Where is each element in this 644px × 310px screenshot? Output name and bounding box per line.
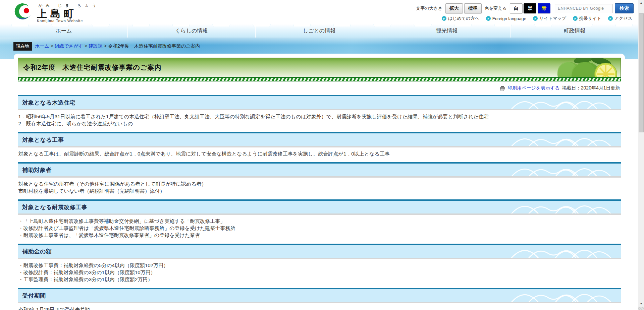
- section-text-line: 2．既存木造住宅に、明らかな法令違反がないもの: [18, 120, 620, 127]
- color-button[interactable]: 青: [538, 3, 550, 13]
- quick-links: はじめての方へForeign languageサイトマップ携帯サイトアクセス: [442, 15, 634, 21]
- nav-item[interactable]: ホーム: [0, 24, 127, 38]
- search-button[interactable]: 検索: [615, 3, 634, 13]
- search-input[interactable]: [555, 4, 612, 13]
- breadcrumb-link[interactable]: 組織でさがす: [55, 43, 83, 49]
- section-header: 対象となる耐震改修工事: [18, 199, 621, 215]
- logo-subtitle: Kamijima Town Website: [37, 19, 100, 23]
- nav-item[interactable]: 町政情報: [511, 24, 638, 38]
- printer-icon: [499, 86, 505, 91]
- header-right: 文字の大きさ 拡大 標準 色を変える 白 黒 青 検索 はじめての方へForei…: [415, 1, 634, 24]
- quick-link[interactable]: 携帯サイト: [573, 15, 601, 21]
- quick-link-label: Foreign language: [492, 16, 526, 21]
- section-text-line: 対象となる住宅の所有者（その他住宅に関係がある者として町長が特に認める者）: [18, 180, 620, 187]
- section-header: 対象となる木造住宅: [18, 95, 621, 110]
- section-text-line: 対象となる工事は、耐震診断の結果、総合評点が1．0点未満であり、地震に対して安全…: [18, 150, 620, 157]
- font-size-button[interactable]: 拡大: [445, 3, 463, 13]
- scrollbar-down-icon[interactable]: [638, 301, 644, 307]
- breadcrumb-separator: >: [104, 43, 107, 49]
- color-change-label: 色を変える: [485, 5, 507, 11]
- arrow-circle-icon: [573, 16, 578, 21]
- quick-link-label: はじめての方へ: [448, 15, 479, 21]
- content-section: 補助対象者 対象となる住宅の所有者（その他住宅に関係がある者として町長が特に認め…: [18, 162, 621, 199]
- section-text-line: 市町村税を滞納していない者（納税証明書（完納証明書）添付）: [18, 187, 620, 194]
- arrow-circle-icon: [442, 16, 446, 21]
- section-header: 受付期間: [18, 288, 621, 303]
- site-logo[interactable]: かみ じま ちょう 上島町 Kamijima Town Website: [13, 1, 100, 24]
- content-section: 受付期間 令和3年1月29日まで受付先着順: [18, 288, 621, 310]
- section-body: 対象となる住宅の所有者（その他住宅に関係がある者として町長が特に認める者）市町村…: [18, 178, 621, 199]
- quick-link-label: 携帯サイト: [579, 15, 601, 21]
- section-title: 受付期間: [22, 292, 46, 300]
- content-box: 令和2年度 木造住宅耐震改修事業のご案内: [14, 54, 625, 310]
- breadcrumb-current: 令和2年度 木造住宅耐震改修事業のご案内: [108, 43, 200, 49]
- arrow-circle-icon: [533, 16, 538, 21]
- content-wrap: 令和2年度 木造住宅耐震改修事業のご案内: [0, 54, 638, 310]
- content-section: 対象となる工事 対象となる工事は、耐震診断の結果、総合評点が1．0点未満であり、…: [18, 132, 621, 162]
- font-size-button[interactable]: 標準: [464, 3, 482, 13]
- font-size-button-group: 拡大 標準: [445, 3, 482, 13]
- posted-date: 掲載日：2020年4月1日更新: [562, 85, 620, 91]
- content-section: 対象となる木造住宅 1．昭和56年5月31日以前に着工された1戸建ての木造住宅（…: [18, 95, 621, 132]
- wave-decoration-icon: [504, 134, 618, 147]
- wave-decoration-icon: [504, 97, 618, 110]
- section-body: 令和3年1月29日まで受付先着順: [18, 303, 621, 310]
- breadcrumb-separator: >: [51, 43, 53, 49]
- section-title: 補助対象者: [22, 166, 52, 174]
- quick-link[interactable]: はじめての方へ: [442, 15, 479, 21]
- page-title-banner: 令和2年度 木造住宅耐震改修事業のご案内: [18, 58, 621, 77]
- section-text-line: ・工事監理費：補助対象経費の3分の1以内（限度額2万円）: [18, 276, 620, 283]
- header-controls: 文字の大きさ 拡大 標準 色を変える 白 黒 青 検索: [415, 3, 634, 13]
- arrow-circle-icon: [486, 16, 491, 21]
- breadcrumb-separator: >: [85, 43, 87, 49]
- section-text-line: ・「上島町木造住宅耐震改修工事費等補助金交付要綱」に基づき実施する「耐震改修工事…: [18, 218, 620, 225]
- wave-decoration-icon: [504, 290, 618, 303]
- site-header: かみ じま ちょう 上島町 Kamijima Town Website 文字の大…: [0, 0, 638, 24]
- quick-link[interactable]: アクセス: [608, 15, 632, 21]
- lime-illustration-icon: [550, 58, 621, 77]
- font-size-label: 文字の大きさ: [416, 5, 442, 11]
- section-header: 補助金の額: [18, 244, 621, 259]
- color-button[interactable]: 黒: [524, 3, 536, 13]
- nav-item[interactable]: しごとの情報: [255, 24, 383, 38]
- section-text-line: ・耐震改修工事費：補助対象経費の5分の4以内（限度額102万円）: [18, 262, 620, 269]
- section-title: 対象となる木造住宅: [22, 99, 76, 107]
- town-emblem-icon: [13, 2, 34, 23]
- wave-decoration-icon: [504, 201, 618, 214]
- content-section: 対象となる耐震改修工事 ・「上島町木造住宅耐震改修工事費等補助金交付要綱」に基づ…: [18, 199, 621, 244]
- section-text-line: ・改修設計者及び工事監理者は「愛媛県木造住宅耐震診断事務所」の登録を受けた建築士…: [18, 225, 620, 232]
- global-nav: ホームくらしの情報しごとの情報観光情報町政情報: [0, 24, 638, 38]
- breadcrumb-link[interactable]: ホーム: [35, 43, 49, 49]
- color-button[interactable]: 白: [510, 3, 523, 13]
- print-page-link[interactable]: 印刷用ページを表示する: [507, 85, 560, 91]
- section-text-line: ・改修設計費：補助対象経費の3分の1以内（限度額10万円）: [18, 269, 620, 276]
- sections-container: 対象となる木造住宅 1．昭和56年5月31日以前に着工された1戸建ての木造住宅（…: [18, 95, 621, 310]
- section-title: 対象となる耐震改修工事: [22, 203, 88, 211]
- section-header: 対象となる工事: [18, 132, 621, 147]
- section-body: 対象となる工事は、耐震診断の結果、総合評点が1．0点未満であり、地震に対して安全…: [18, 147, 621, 162]
- stripe-border: [18, 77, 621, 81]
- arrow-circle-icon: [608, 16, 613, 21]
- section-body: ・「上島町木造住宅耐震改修工事費等補助金交付要綱」に基づき実施する「耐震改修工事…: [18, 215, 621, 244]
- breadcrumb-link[interactable]: 建設課: [89, 43, 103, 49]
- section-text-line: ・耐震改修工事業者は、「愛媛県木造住宅耐震改修事業者」の登録を受けた業者: [18, 232, 620, 239]
- breadcrumb-trail: ホーム > 組織でさがす > 建設課 > 令和2年度 木造住宅耐震改修事業のご案…: [35, 43, 200, 49]
- scrollbar-thumb[interactable]: [639, 13, 644, 132]
- section-header: 補助対象者: [18, 162, 621, 178]
- section-body: ・耐震改修工事費：補助対象経費の5分の4以内（限度額102万円）・改修設計費：補…: [18, 259, 621, 288]
- breadcrumb: 現在地 ホーム > 組織でさがす > 建設課 > 令和2年度 木造住宅耐震改修事…: [0, 38, 638, 51]
- logo-furigana: かみ じま ちょう: [38, 3, 100, 8]
- town-name: 上島町: [37, 8, 100, 19]
- section-text-line: 1．昭和56年5月31日以前に着工された1戸建ての木造住宅（枠組壁工法、丸太組工…: [18, 113, 620, 120]
- vertical-scrollbar[interactable]: [638, 0, 644, 310]
- wave-decoration-icon: [504, 246, 618, 258]
- section-title: 補助金の額: [22, 248, 52, 255]
- nav-item[interactable]: くらしの情報: [127, 24, 255, 38]
- section-body: 1．昭和56年5月31日以前に着工された1戸建ての木造住宅（枠組壁工法、丸太組工…: [18, 110, 621, 132]
- quick-link[interactable]: Foreign language: [486, 16, 526, 21]
- color-button-group: 白 黒 青: [510, 3, 550, 13]
- scrollbar-up-icon[interactable]: [638, 0, 644, 6]
- nav-item[interactable]: 観光情報: [383, 24, 511, 38]
- quick-link[interactable]: サイトマップ: [533, 15, 566, 21]
- content-section: 補助金の額 ・耐震改修工事費：補助対象経費の5分の4以内（限度額102万円）・改…: [18, 244, 621, 288]
